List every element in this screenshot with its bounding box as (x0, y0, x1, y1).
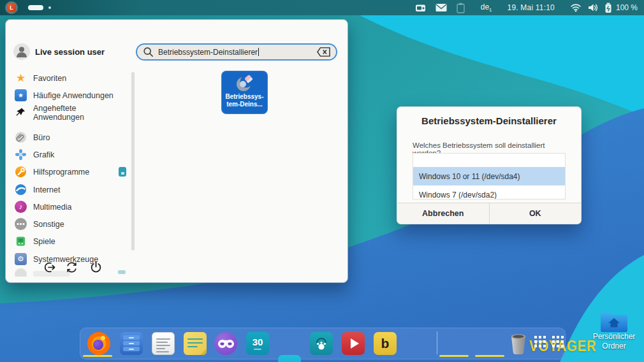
clipboard-icon[interactable] (456, 3, 465, 13)
keyboard-layout-index: 1 (489, 7, 492, 13)
running-indicator-firefox (83, 355, 112, 357)
search-value: Betriebssystem-Deinstallierer (158, 48, 258, 57)
keyring-icon[interactable] (415, 3, 427, 13)
clear-search-icon[interactable] (317, 47, 330, 57)
user-name: Live session user (35, 47, 105, 57)
star-icon: ★ (15, 72, 27, 84)
dot-pattern (552, 336, 555, 338)
menu-scrollbar[interactable] (131, 72, 135, 250)
category-graphics[interactable]: Grafik (15, 146, 124, 163)
home-label-line2: Ordner (592, 342, 636, 351)
os-option[interactable]: Windows 7 (/dev/sda2) (413, 185, 565, 199)
distro-logo-icon: L (8, 4, 16, 12)
dock-separator (437, 331, 437, 354)
window-button-dot[interactable] (48, 6, 51, 9)
text-caret (258, 48, 259, 56)
dock-media-player-icon[interactable] (342, 332, 365, 355)
mask-icon (217, 339, 235, 349)
home-folder-icon (599, 310, 629, 332)
os-list-empty-row (413, 154, 565, 167)
dock-text-editor-icon[interactable] (152, 332, 175, 355)
category-multimedia[interactable]: ♪ Multimedia (15, 198, 124, 215)
window-button-active[interactable] (28, 5, 43, 10)
search-icon (143, 47, 154, 57)
battery-percent: 100 % (616, 3, 638, 12)
globe-icon (15, 184, 27, 196)
dock-panel-settings-icon[interactable] (278, 355, 301, 362)
logout-icon[interactable] (43, 261, 56, 274)
dock-file-manager-icon[interactable] (120, 332, 143, 355)
frequent-star-icon: ★ (15, 89, 27, 101)
paperclip-icon (15, 131, 27, 143)
keyboard-layout-code: de (481, 3, 489, 11)
battery-icon[interactable] (604, 3, 612, 13)
keyboard-layout-indicator[interactable]: de1 (481, 3, 492, 13)
category-frequent-apps[interactable]: ★ Häufige Anwendungen (15, 87, 124, 104)
category-internet[interactable]: Internet (15, 181, 124, 198)
dot-pattern (534, 336, 537, 338)
home-label-line1: Persönlicher (592, 332, 636, 342)
gamepad-icon (15, 235, 27, 247)
ok-button[interactable]: OK (489, 203, 582, 224)
footprint-bag-icon (314, 337, 328, 352)
pushpin-icon (15, 106, 27, 119)
play-icon (351, 338, 359, 349)
app-label-line1: Betriebssys- (221, 93, 268, 101)
user-avatar[interactable] (13, 43, 30, 60)
app-menu-button[interactable]: L (5, 1, 18, 14)
notification-badge (119, 167, 126, 177)
dock-software-store-icon[interactable] (310, 332, 333, 355)
search-result-app[interactable]: Betriebssys- tem-Deins... (221, 71, 268, 114)
volume-icon[interactable] (588, 3, 598, 12)
os-uninstaller-icon (233, 73, 256, 92)
dock-b-app-icon[interactable]: b (374, 332, 397, 355)
dock-mask-app-icon[interactable] (214, 332, 237, 355)
dock-calendar-icon[interactable]: 30 (246, 332, 269, 355)
category-label: Grafik (33, 150, 54, 159)
dialog-title: Betriebssystem-Deinstallierer (397, 115, 581, 126)
person-icon (13, 43, 30, 60)
restart-icon[interactable] (65, 261, 78, 274)
category-pinned-apps[interactable]: Angeheftete Anwendungen (15, 104, 124, 121)
category-label: Sonstige (33, 220, 64, 229)
category-label: Angeheftete Anwendungen (33, 104, 124, 122)
os-list[interactable]: Windows 10 or 11 (/dev/sda4) Windows 7 (… (413, 153, 566, 199)
desktop-screen: L de1 19. Mai 11:10 (0, 0, 644, 362)
category-accessories[interactable]: Hilfsprogramme (15, 163, 124, 180)
category-favorites[interactable]: ★ Favoriten (15, 69, 124, 87)
top-panel: L de1 19. Mai 11:10 (0, 0, 644, 15)
trash-can-icon (507, 331, 530, 356)
category-label: Häufige Anwendungen (33, 91, 113, 100)
category-games[interactable]: Spiele (15, 233, 124, 250)
search-input[interactable]: Betriebssystem-Deinstallierer (136, 43, 337, 61)
category-label: Internet (33, 185, 60, 194)
app-label-line2: tem-Deins... (221, 101, 268, 108)
running-indicator-xterm (475, 355, 504, 357)
category-label: Spiele (33, 237, 55, 246)
calendar-day: 30 (252, 337, 263, 347)
system-tray: de1 19. Mai 11:10 100 % (415, 3, 644, 13)
logo-letter: L (10, 5, 13, 11)
music-note-icon: ♪ (15, 201, 27, 213)
category-office[interactable]: Büro (15, 129, 124, 146)
cancel-button[interactable]: Abbrechen (397, 203, 489, 224)
wrench-icon (15, 166, 27, 178)
dock-trash-icon[interactable] (507, 331, 531, 356)
mail-icon[interactable] (435, 3, 447, 12)
dock-firefox-icon[interactable] (87, 332, 110, 355)
wifi-icon[interactable] (570, 3, 582, 12)
home-folder-shortcut[interactable]: Persönlicher Ordner (592, 310, 636, 351)
session-buttons (6, 261, 348, 277)
os-option-selected[interactable]: Windows 10 or 11 (/dev/sda4) (413, 167, 565, 185)
dots-icon (15, 218, 27, 230)
category-other[interactable]: Sonstige (15, 215, 124, 233)
b-letter: b (381, 336, 390, 351)
wallpaper-brand-text: VOYAGER (529, 338, 597, 355)
clock[interactable]: 19. Mai 11:10 (508, 3, 555, 12)
category-label: Favoriten (33, 74, 66, 83)
shutdown-icon[interactable] (89, 261, 103, 274)
dialog-buttons: Abbrechen OK (397, 203, 581, 224)
dock-notes-icon[interactable] (184, 332, 207, 355)
running-indicator-terminal (439, 355, 469, 357)
application-menu: Live session user Betriebssystem-Deinsta… (5, 19, 348, 283)
